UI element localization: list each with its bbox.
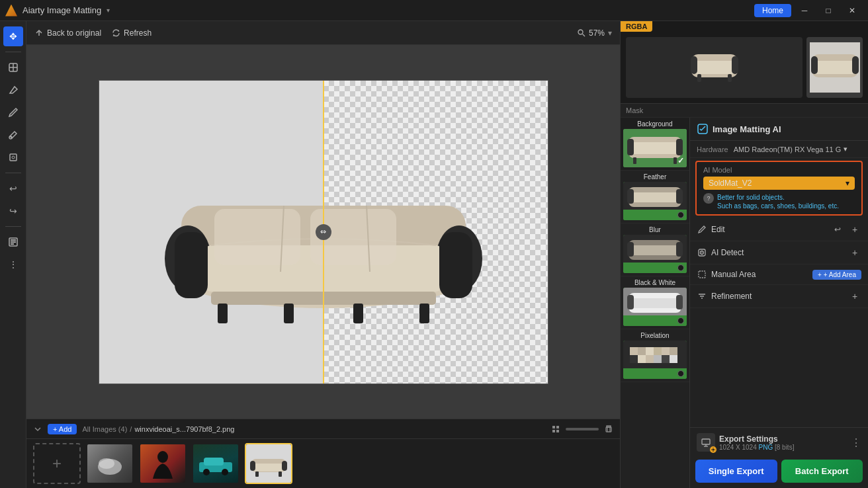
paint-tool-button[interactable] <box>3 125 23 145</box>
effect-blur[interactable]: Blur <box>621 224 689 276</box>
refinement-add-button[interactable]: + <box>848 290 861 303</box>
svg-rect-79 <box>630 298 680 308</box>
export-settings-sub: 1024 X 1024 PNG [8 bits] <box>719 444 794 451</box>
settings-gear-badge <box>710 446 716 453</box>
settings-column: Image Matting AI Hardware AMD Radeon(TM)… <box>690 118 868 488</box>
svg-rect-54 <box>814 61 856 74</box>
svg-rect-37 <box>204 458 224 466</box>
history-button[interactable] <box>3 232 23 252</box>
effect-bw[interactable]: Black & White <box>621 276 689 329</box>
effect-background-thumb: ✓ <box>623 129 687 167</box>
svg-rect-21 <box>284 304 294 323</box>
refresh-button[interactable]: Refresh <box>112 28 152 38</box>
svg-rect-23 <box>419 304 429 323</box>
export-settings-collapse-button[interactable]: ⋮ <box>851 436 861 449</box>
preview-sofa-original-svg <box>808 41 861 94</box>
svg-rect-60 <box>627 139 634 155</box>
canvas-viewport[interactable]: ⇔ <box>26 45 620 419</box>
svg-rect-101 <box>702 439 710 444</box>
pencil-tool-button[interactable] <box>3 102 23 122</box>
thumbnail-4[interactable] <box>245 443 292 484</box>
ai-detect-add-button[interactable]: + <box>848 246 861 259</box>
add-image-button[interactable]: + Add <box>48 424 77 434</box>
svg-rect-32 <box>606 427 611 432</box>
home-button[interactable]: Home <box>754 4 791 17</box>
svg-rect-9 <box>11 243 14 245</box>
svg-rect-95 <box>670 355 677 363</box>
eraser-tool-button[interactable] <box>3 80 23 100</box>
app-logo <box>5 5 17 17</box>
edit-icon <box>697 224 707 235</box>
effect-pixelation[interactable]: Pixelation <box>621 329 689 382</box>
section-edit[interactable]: Edit ↩ + <box>690 218 868 241</box>
effect-feather[interactable]: Feather <box>621 171 689 224</box>
effect-bw-dot <box>677 317 684 324</box>
svg-rect-42 <box>250 461 255 471</box>
svg-rect-67 <box>630 192 680 202</box>
section-edit-left: Edit <box>697 224 725 235</box>
ai-model-select[interactable]: SoldMat_V2 ▾ <box>703 177 855 190</box>
mask-label: Mask <box>621 104 868 118</box>
section-manual-area[interactable]: Manual Area + + Add Area <box>690 264 868 285</box>
collapse-filmstrip-icon[interactable] <box>33 425 42 434</box>
add-thumbnail-button[interactable]: + <box>33 443 81 484</box>
canvas-split-view: ⇔ <box>99 80 548 384</box>
svg-rect-93 <box>654 355 662 363</box>
svg-rect-24 <box>214 209 300 265</box>
image-matting-title: Image Matting AI <box>713 124 781 134</box>
effect-blur-dot <box>677 264 684 271</box>
filmstrip-header: + Add All Images (4) / winxvideoai_s...7… <box>26 419 620 439</box>
thumbnail-3[interactable] <box>192 443 239 484</box>
crop-tool-button[interactable] <box>3 147 23 167</box>
svg-line-11 <box>582 34 585 37</box>
svg-rect-29 <box>556 426 559 428</box>
back-to-original-button[interactable]: Back to original <box>34 28 101 38</box>
section-ai-left: AI Detect <box>697 247 744 258</box>
title-chevron-icon[interactable]: ▾ <box>107 7 110 14</box>
undo-button[interactable]: ↩ <box>3 179 23 198</box>
edit-add-button[interactable]: + <box>848 223 861 236</box>
redo-button[interactable]: ↪ <box>3 201 23 221</box>
ai-detect-icon <box>697 247 707 258</box>
effect-feather-thumb <box>623 182 687 220</box>
delete-icon[interactable] <box>604 425 613 434</box>
effect-bw-thumb <box>623 288 687 326</box>
svg-rect-20 <box>218 304 228 323</box>
svg-rect-45 <box>279 471 282 477</box>
effect-pixelation-label: Pixelation <box>621 329 689 341</box>
split-handle[interactable]: ⇔ <box>316 224 331 240</box>
maximize-button[interactable]: □ <box>818 3 839 18</box>
svg-point-38 <box>203 469 210 475</box>
collapse-button[interactable]: ⋮ <box>3 255 23 274</box>
hardware-value[interactable]: AMD Radeon(TM) RX Vega 11 G ▾ <box>734 145 848 153</box>
section-refinement[interactable]: Refinement + <box>690 285 868 308</box>
svg-rect-92 <box>646 355 654 363</box>
size-slider[interactable] <box>566 428 599 430</box>
thumbnail-2[interactable] <box>139 443 187 484</box>
minimize-button[interactable]: ─ <box>794 3 815 18</box>
zoom-level: 57% <box>589 28 605 38</box>
brush-tool-button[interactable] <box>3 58 23 77</box>
current-file-label: winxvideoai_s...7907bf8_2.png <box>134 425 234 433</box>
svg-rect-7 <box>11 239 16 241</box>
svg-point-99 <box>701 252 703 253</box>
single-export-button[interactable]: Single Export <box>695 460 777 483</box>
zoom-control: 57% ▾ <box>577 28 612 38</box>
edit-undo-button[interactable]: ↩ <box>831 223 844 236</box>
svg-rect-74 <box>627 242 634 257</box>
move-tool-button[interactable]: ✥ <box>3 26 23 46</box>
grid-view-icon[interactable] <box>551 425 560 434</box>
section-ai-detect[interactable]: AI Detect + <box>690 241 868 264</box>
add-area-label: + Add Area <box>824 271 856 278</box>
close-button[interactable]: ✕ <box>842 3 863 18</box>
preview-area: RGBA <box>621 21 868 104</box>
ai-model-panel: AI Model SoldMat_V2 ▾ ? Better for solid… <box>695 161 863 216</box>
thumbnail-1[interactable] <box>86 443 134 484</box>
zoom-dropdown-button[interactable]: ▾ <box>608 28 612 38</box>
batch-export-button[interactable]: Batch Export <box>781 460 863 483</box>
add-area-button[interactable]: + + Add Area <box>812 270 861 280</box>
svg-point-104 <box>713 449 715 451</box>
svg-rect-68 <box>627 189 634 204</box>
titlebar-left: Aiarty Image Matting ▾ <box>5 5 110 17</box>
effect-background[interactable]: Background ✓ <box>621 118 689 171</box>
